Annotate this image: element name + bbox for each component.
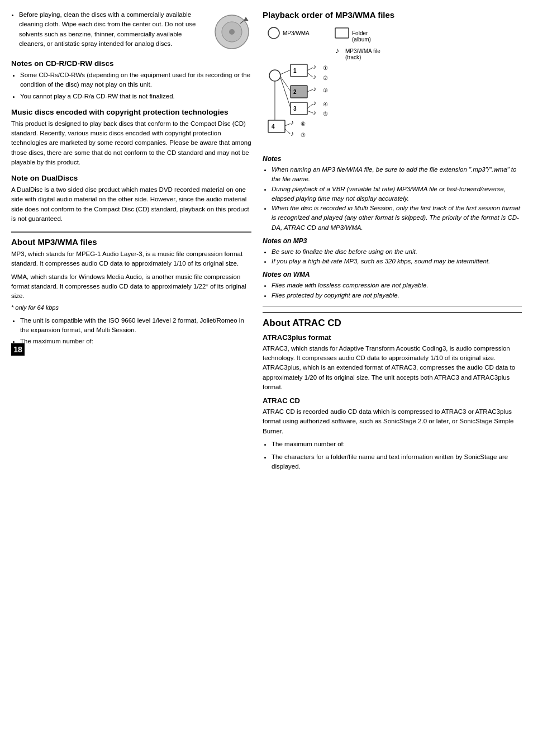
divider xyxy=(263,306,522,306)
atrac-section: About ATRAC CD ATRAC3plus format ATRAC3,… xyxy=(263,312,522,472)
mp3-wma-body2: WMA, which stands for Windows Media Audi… xyxy=(11,272,251,301)
cd-r-bullet-1: Some CD-Rs/CD-RWs (depending on the equi… xyxy=(20,70,251,90)
notes-wma-1: Files made with lossless compression are… xyxy=(272,281,522,290)
notes-mp3-2: If you play a high-bit-rate MP3, such as… xyxy=(272,257,522,266)
svg-text:②: ② xyxy=(323,75,328,81)
svg-text:♪: ♪ xyxy=(313,85,316,93)
svg-text:⑥: ⑥ xyxy=(301,121,306,127)
svg-text:♪: ♪ xyxy=(313,99,316,107)
svg-text:①: ① xyxy=(323,65,328,71)
svg-line-28 xyxy=(307,89,313,92)
notes-mp3-list: Be sure to finalize the disc before usin… xyxy=(263,247,522,267)
page-number-wrapper: 18 xyxy=(11,350,251,356)
notes-section: Notes When naming an MP3 file/WMA file, … xyxy=(263,155,522,300)
cd-r-bullet-2: You cannot play a CD-R/a CD-RW that is n… xyxy=(20,92,251,101)
svg-point-13 xyxy=(269,70,280,81)
svg-point-5 xyxy=(268,27,279,39)
notes-wma-2: Files protected by copyright are not pla… xyxy=(272,291,522,300)
atrac3plus-body: ATRAC3, which stands for Adaptive Transf… xyxy=(263,344,522,392)
svg-text:♪: ♪ xyxy=(313,73,316,81)
music-discs-title: Music discs encoded with copyright prote… xyxy=(11,108,251,116)
note-3: When the disc is recorded in Multi Sessi… xyxy=(272,204,522,233)
atrac-cd-bullets2: The characters for a folder/file name an… xyxy=(263,452,522,472)
playback-diagram: MP3/WMA Folder (album) ♪ MP3/WMA file (t… xyxy=(263,25,391,148)
atrac-title: About ATRAC CD xyxy=(263,312,522,329)
svg-line-25 xyxy=(280,77,291,91)
mp3-wma-footnote: * only for 64 kbps xyxy=(11,303,251,313)
svg-line-43 xyxy=(285,124,291,126)
svg-line-19 xyxy=(307,68,313,70)
svg-text:2: 2 xyxy=(293,89,297,95)
note-1: When naming an MP3 file/WMA file, be sur… xyxy=(272,165,522,185)
note-2: During playback of a VBR (variable bit r… xyxy=(272,185,522,204)
svg-text:(album): (album) xyxy=(352,36,371,42)
svg-marker-4 xyxy=(244,17,249,21)
mp3-wma-section: About MP3/WMA files MP3, which stands fo… xyxy=(11,231,251,347)
svg-text:♪: ♪ xyxy=(313,108,316,116)
playback-section: Playback order of MP3/WMA files MP3/WMA … xyxy=(263,10,522,148)
atrac-cd-subsection: ATRAC CD ATRAC CD is recorded audio CD d… xyxy=(263,396,522,472)
mp3-wma-title: About MP3/WMA files xyxy=(11,231,251,247)
svg-text:③: ③ xyxy=(323,87,328,93)
atrac-cd-body: ATRAC CD is recorded audio CD data which… xyxy=(263,407,522,436)
svg-text:⑤: ⑤ xyxy=(323,111,328,117)
svg-text:MP3/WMA: MP3/WMA xyxy=(283,30,310,36)
cd-r-title: Notes on CD-R/CD-RW discs xyxy=(11,59,251,68)
dual-disc-section: Note on DualDiscs A DualDisc is a two si… xyxy=(11,174,251,224)
disc-icon xyxy=(212,12,251,51)
svg-text:♪: ♪ xyxy=(313,63,316,70)
svg-line-37 xyxy=(307,111,313,113)
cd-r-bullets: Some CD-Rs/CD-RWs (depending on the equi… xyxy=(11,70,251,101)
atrac-cd-bullet-3: The characters for a folder/file name an… xyxy=(272,452,522,472)
music-discs-section: Music discs encoded with copyright prote… xyxy=(11,108,251,167)
svg-text:1: 1 xyxy=(293,68,297,74)
mp3-wma-bullets: The unit is compatible with the ISO 9660… xyxy=(11,316,251,347)
atrac-cd-subtitle: ATRAC CD xyxy=(263,396,522,405)
svg-text:⑦: ⑦ xyxy=(301,132,306,138)
svg-line-46 xyxy=(285,129,291,134)
atrac3plus-subsection: ATRAC3plus format ATRAC3, which stands f… xyxy=(263,333,522,392)
svg-text:♪: ♪ xyxy=(291,130,294,138)
svg-text:(track): (track) xyxy=(345,54,361,60)
cd-r-section: Notes on CD-R/CD-RW discs Some CD-Rs/CD-… xyxy=(11,59,251,101)
page-number: 18 xyxy=(11,343,25,356)
mp3-wma-bullet-2: The maximum number of: xyxy=(20,337,251,346)
notes-mp3-1: Be sure to finalize the disc before usin… xyxy=(272,247,522,257)
dual-disc-title: Note on DualDiscs xyxy=(11,174,251,182)
svg-text:3: 3 xyxy=(293,106,297,112)
dual-disc-body: A DualDisc is a two sided disc product w… xyxy=(11,185,251,224)
notes-wma-title: Notes on WMA xyxy=(263,271,522,278)
svg-line-16 xyxy=(280,70,291,74)
atrac-cd-bullets: The maximum number of: xyxy=(263,440,522,449)
svg-point-2 xyxy=(229,29,235,35)
atrac3plus-subtitle: ATRAC3plus format xyxy=(263,333,522,342)
notes-title: Notes xyxy=(263,155,522,163)
atrac-cd-bullet-1: The maximum number of: xyxy=(272,440,522,449)
notes-wma-list: Files made with lossless compression are… xyxy=(263,281,522,300)
svg-line-22 xyxy=(307,73,313,77)
mp3-wma-bullet-1: The unit is compatible with the ISO 9660… xyxy=(20,316,251,336)
svg-text:♪: ♪ xyxy=(291,119,294,126)
svg-line-34 xyxy=(307,104,313,108)
intro-bullet-1: Before playing, clean the discs with a c… xyxy=(19,10,207,49)
svg-text:MP3/WMA file: MP3/WMA file xyxy=(345,48,380,54)
intro-bullets: Before playing, clean the discs with a c… xyxy=(11,10,207,51)
svg-text:♪: ♪ xyxy=(335,46,339,55)
svg-text:4: 4 xyxy=(272,124,275,130)
svg-text:Folder: Folder xyxy=(352,30,368,36)
playback-title: Playback order of MP3/WMA files xyxy=(263,10,522,20)
notes-list: When naming an MP3 file/WMA file, be sur… xyxy=(263,165,522,233)
diagram-area: MP3/WMA Folder (album) ♪ MP3/WMA file (t… xyxy=(263,25,522,148)
music-discs-body: This product is designed to play back di… xyxy=(11,119,251,167)
mp3-wma-body1: MP3, which stands for MPEG-1 Audio Layer… xyxy=(11,249,251,269)
svg-rect-38 xyxy=(268,120,285,133)
svg-line-31 xyxy=(280,78,291,108)
svg-text:④: ④ xyxy=(323,101,328,107)
svg-rect-7 xyxy=(335,28,349,38)
notes-mp3-title: Notes on MP3 xyxy=(263,237,522,245)
